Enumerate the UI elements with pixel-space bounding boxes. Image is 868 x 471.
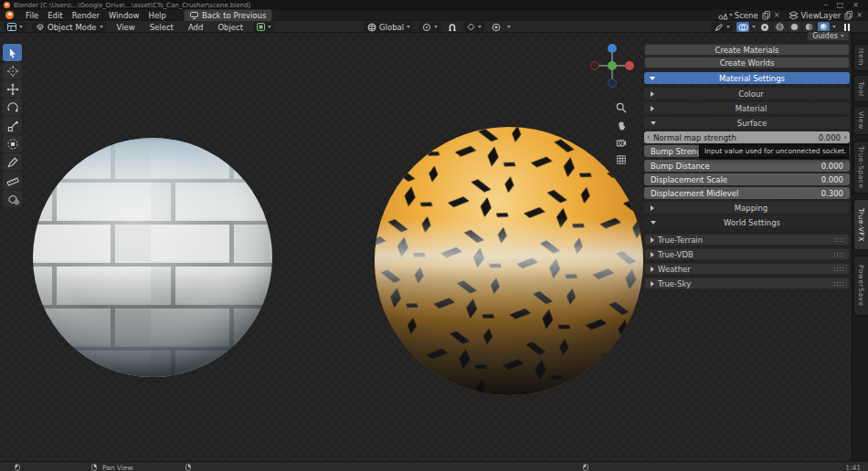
editor-type-dropdown[interactable]: [4, 22, 26, 32]
gizmos-dropdown[interactable]: [711, 22, 734, 32]
gizmo-z-positive[interactable]: [608, 44, 617, 53]
tool-annotate[interactable]: [3, 153, 22, 171]
menu-object[interactable]: Object: [213, 23, 248, 32]
camera-view-button[interactable]: [614, 135, 628, 149]
create-worlds-button[interactable]: Create Worlds: [644, 57, 850, 68]
panel-true-sky[interactable]: True-Sky: [644, 277, 850, 289]
tool-add-primitive[interactable]: [3, 190, 22, 207]
tool-measure[interactable]: [3, 172, 22, 189]
maximize-button[interactable]: □: [837, 2, 844, 9]
tool-scale[interactable]: [3, 117, 22, 134]
caret-right-icon: [651, 205, 654, 211]
zoom-button[interactable]: [614, 100, 628, 114]
menu-file[interactable]: File: [21, 11, 43, 20]
tab-tool[interactable]: Tool: [853, 75, 868, 102]
material-sphere-icon: [805, 23, 813, 31]
transform-orientation-dropdown[interactable]: Global: [364, 22, 414, 32]
chevron-down-icon[interactable]: [832, 26, 836, 28]
xray-toggle[interactable]: [758, 22, 771, 32]
panel-true-vdb[interactable]: True-VDB: [644, 248, 850, 260]
collection-icon: [257, 23, 265, 31]
orthographic-toggle-button[interactable]: [614, 152, 628, 166]
caret-right-icon: [651, 281, 654, 287]
gizmo-z-negative[interactable]: [608, 78, 617, 88]
normal-map-strength-slider[interactable]: ‹ Normal map strength 0.000 ›: [644, 131, 850, 143]
panel-true-terrain[interactable]: True-Terrain: [644, 234, 850, 246]
viewport-editor-icon: [7, 23, 16, 31]
shading-solid-button[interactable]: [789, 22, 800, 32]
tool-3d-cursor[interactable]: [3, 62, 22, 79]
chevron-down-icon[interactable]: [507, 26, 511, 28]
chevron-down-icon: [726, 26, 730, 28]
menu-window[interactable]: Window: [104, 11, 144, 20]
blender-menu-icon[interactable]: [5, 11, 14, 19]
viewlayer-icon: [789, 11, 799, 20]
camera-icon: [616, 137, 627, 148]
tool-transform[interactable]: [3, 135, 22, 152]
displacement-scale-slider[interactable]: Displacement Scale 0.000: [644, 173, 850, 185]
gizmo-x-positive[interactable]: [625, 61, 634, 70]
scene-selector[interactable]: Scene: [718, 11, 758, 20]
mode-dropdown[interactable]: Object Mode: [32, 22, 107, 32]
caret-right-icon: [651, 237, 654, 243]
section-material[interactable]: Material: [644, 102, 850, 114]
caret-right-icon: [651, 252, 654, 257]
menu-help[interactable]: Help: [143, 11, 170, 20]
tab-true-space[interactable]: True-Space: [853, 141, 868, 194]
slider-decrease-icon[interactable]: ‹: [647, 134, 650, 141]
pan-button[interactable]: [614, 118, 628, 131]
tab-item[interactable]: Item: [853, 44, 868, 71]
section-surface[interactable]: Surface: [644, 117, 850, 129]
tab-view[interactable]: View: [853, 106, 868, 135]
world-settings-header[interactable]: World Settings: [644, 216, 850, 228]
remove-viewlayer-icon[interactable]: ×: [856, 12, 863, 19]
chevron-down-icon[interactable]: [752, 26, 756, 28]
shading-wireframe-button[interactable]: [774, 22, 786, 32]
slider-increase-icon[interactable]: ›: [844, 134, 847, 141]
menu-view[interactable]: View: [112, 23, 140, 32]
tool-rotate[interactable]: [3, 99, 22, 116]
section-mapping[interactable]: Mapping: [644, 202, 850, 214]
material-settings-header[interactable]: Material Settings: [644, 72, 850, 84]
screen-icon: [190, 12, 198, 19]
new-viewlayer-icon[interactable]: [844, 11, 852, 20]
menu-edit[interactable]: Edit: [43, 11, 67, 20]
sidebar-panel: Guides Create Materials Create Worlds Ma…: [642, 33, 852, 461]
panel-weather[interactable]: Weather: [644, 263, 850, 275]
tab-powersave[interactable]: PowerSave: [853, 256, 868, 316]
drag-grip-icon[interactable]: [833, 267, 843, 272]
drag-grip-icon[interactable]: [833, 281, 843, 287]
menubar: File Edit Render Window Help Back to Pre…: [0, 10, 868, 21]
bump-distance-slider[interactable]: Bump Distance 0.000: [644, 160, 850, 172]
drag-grip-icon[interactable]: [833, 237, 843, 243]
menu-select[interactable]: Select: [145, 23, 178, 32]
snap-settings-dropdown[interactable]: [463, 22, 485, 32]
transform-icon: [6, 138, 19, 151]
new-scene-icon[interactable]: [762, 11, 770, 20]
pivot-point-dropdown[interactable]: [418, 22, 441, 32]
create-materials-button[interactable]: Create Materials: [644, 44, 850, 56]
tab-true-vfx[interactable]: True-VFX: [853, 199, 868, 250]
unlink-scene-icon[interactable]: ×: [774, 12, 780, 19]
displacement-midlevel-slider[interactable]: Displacement Midlevel 0.300: [644, 187, 850, 199]
minimize-button[interactable]: –: [824, 2, 828, 9]
drag-grip-icon[interactable]: [833, 252, 843, 257]
measure-ruler-icon: [6, 174, 19, 187]
snap-toggle[interactable]: [446, 22, 459, 32]
back-to-previous-button[interactable]: Back to Previous: [184, 9, 273, 22]
overlays-toggle[interactable]: [736, 22, 749, 32]
tool-select-box[interactable]: [3, 44, 22, 61]
collection-dropdown[interactable]: [253, 22, 275, 32]
close-button[interactable]: ×: [852, 2, 859, 9]
menu-render[interactable]: Render: [68, 11, 104, 20]
guides-dropdown[interactable]: Guides: [807, 31, 850, 41]
gizmo-x-negative[interactable]: [590, 61, 599, 70]
proportional-editing-toggle[interactable]: [490, 22, 503, 32]
tool-move[interactable]: [3, 80, 22, 98]
section-colour[interactable]: Colour: [644, 88, 850, 99]
viewlayer-selector[interactable]: ViewLayer: [789, 11, 841, 20]
pause-button[interactable]: [844, 24, 850, 31]
navigation-gizmo[interactable]: [590, 44, 634, 88]
gizmo-y-positive[interactable]: [608, 61, 617, 70]
menu-add[interactable]: Add: [184, 23, 207, 32]
